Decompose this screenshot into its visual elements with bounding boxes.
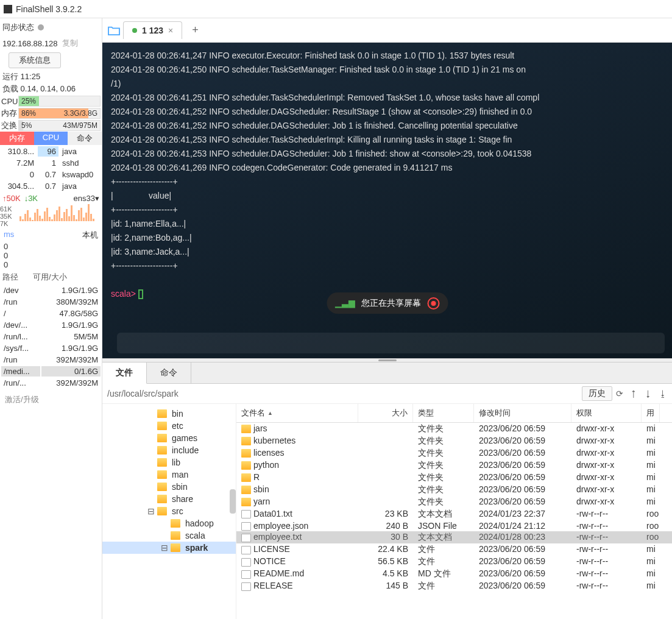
folder-icon xyxy=(241,425,251,433)
disk-row[interactable]: /medi...0/1.6G xyxy=(1,366,101,377)
file-row[interactable]: R文件夹2023/06/20 06:59drwxr-xr-xmi xyxy=(236,472,672,484)
disk-path-header: 路径 xyxy=(2,272,33,283)
file-row[interactable]: licenses文件夹2023/06/20 06:59drwxr-xr-xmi xyxy=(236,447,672,459)
file-row[interactable]: yarn文件夹2023/06/20 06:59drwxr-xr-xmi xyxy=(236,496,672,508)
disk-row[interactable]: /dev1.9G/1.9G xyxy=(1,285,101,295)
tree-node[interactable]: hadoop xyxy=(102,517,236,529)
load-label: 负载 0.14, 0.14, 0.06 xyxy=(0,83,102,95)
open-folder-icon[interactable] xyxy=(107,25,121,36)
file-row[interactable]: NOTICE56.5 KB文件2023/06/20 06:59-rw-r--r-… xyxy=(236,556,672,568)
disk-row[interactable]: /run392M/392M xyxy=(1,355,101,365)
net-down: ↓3K xyxy=(24,194,38,203)
app-icon xyxy=(4,5,12,13)
file-icon xyxy=(241,570,251,579)
system-info-button[interactable]: 系统信息 xyxy=(9,52,61,68)
sort-asc-icon: ▲ xyxy=(267,410,273,416)
file-list[interactable]: 文件名 ▲ 大小 类型 修改时间 权限 用 jars文件夹2023/06/20 … xyxy=(236,404,672,619)
col-type[interactable]: 类型 xyxy=(413,404,474,422)
runtime-label: 运行 11:25 xyxy=(0,71,102,83)
screen-share-badge: ▁▃▆ 您正在共享屏幕 xyxy=(327,292,448,314)
file-row[interactable]: RELEASE145 B文件2023/06/20 06:59-rw-r--r--… xyxy=(236,580,672,592)
current-path[interactable]: /usr/local/src/spark xyxy=(107,389,578,398)
file-row[interactable]: jars文件夹2023/06/20 06:59drwxr-xr-xmi xyxy=(236,423,672,435)
disk-row[interactable]: /run380M/392M xyxy=(1,297,101,307)
folder-tree[interactable]: binetcgamesincludelibmansbinshare⊟srchad… xyxy=(102,404,236,619)
status-dot-icon xyxy=(132,28,137,33)
close-tab-icon[interactable]: × xyxy=(168,26,173,35)
process-row[interactable]: 310.8...96java xyxy=(1,146,101,157)
disk-row[interactable]: /dev/...1.9G/1.9G xyxy=(1,320,101,330)
file-row[interactable]: sbin文件夹2023/06/20 06:59drwxr-xr-xmi xyxy=(236,484,672,496)
tree-node[interactable]: scala xyxy=(102,529,236,542)
file-row[interactable]: python文件夹2023/06/20 06:59drwxr-xr-xmi xyxy=(236,459,672,472)
splitter[interactable] xyxy=(102,358,672,363)
disk-row[interactable]: /run/l...5M/5M xyxy=(1,331,101,342)
tree-scrollbar[interactable] xyxy=(230,489,236,514)
tree-node[interactable]: lib xyxy=(102,456,236,469)
col-date[interactable]: 修改时间 xyxy=(474,404,571,422)
tree-node[interactable]: ⊟src xyxy=(102,505,236,517)
activate-link[interactable]: 激活/升级 xyxy=(0,389,102,410)
file-row[interactable]: employee.txt30 B文本文档2024/01/28 00:23-rw-… xyxy=(236,531,672,543)
col-perm[interactable]: 权限 xyxy=(571,404,642,422)
net-interface-select[interactable]: ens33 ▾ xyxy=(74,194,99,203)
process-row[interactable]: 304.5...0.7java xyxy=(1,181,101,191)
tree-node[interactable]: share xyxy=(102,493,236,505)
file-row[interactable]: employee.json240 BJSON File2024/01/24 21… xyxy=(236,520,672,531)
download-all-icon[interactable]: ⭳ xyxy=(659,389,667,398)
tab-command[interactable]: 命令 xyxy=(68,132,102,145)
col-user[interactable]: 用 xyxy=(642,404,660,422)
col-name[interactable]: 文件名 ▲ xyxy=(236,404,358,422)
file-icon xyxy=(241,558,251,567)
history-button[interactable]: 历史 xyxy=(582,386,612,401)
terminal-input-bar[interactable] xyxy=(117,333,665,353)
refresh-icon[interactable]: ⟳ xyxy=(616,389,623,398)
terminal[interactable]: 2024-01-28 00:26:41,247 INFO executor.Ex… xyxy=(102,43,672,358)
tree-node[interactable]: man xyxy=(102,469,236,481)
folder-icon xyxy=(241,498,251,506)
process-row[interactable]: 7.2M1sshd xyxy=(1,158,101,168)
col-size[interactable]: 大小 xyxy=(358,404,413,422)
folder-icon xyxy=(241,461,251,470)
ip-address: 192.168.88.128 xyxy=(2,39,57,48)
sidebar: 同步状态 192.168.88.128 复制 系统信息 运行 11:25 负载 … xyxy=(0,18,102,619)
disk-row[interactable]: /run/...392M/392M xyxy=(1,378,101,388)
tree-node[interactable]: bin xyxy=(102,408,236,420)
app-title: FinalShell 3.9.2.2 xyxy=(16,4,82,14)
terminal-tab-bar: 1 123 × + xyxy=(102,18,672,43)
tree-node[interactable]: include xyxy=(102,444,236,456)
process-row[interactable]: 00.7kswapd0 xyxy=(1,169,101,180)
tab-memory[interactable]: 内存 xyxy=(0,132,34,145)
share-label: 您正在共享屏幕 xyxy=(361,296,421,310)
disk-row[interactable]: /47.8G/58G xyxy=(1,308,101,319)
swap-label: 交换 xyxy=(1,120,17,131)
disk-row[interactable]: /sys/f...1.9G/1.9G xyxy=(1,343,101,353)
terminal-tab[interactable]: 1 123 × xyxy=(123,21,182,39)
file-list-header: 文件名 ▲ 大小 类型 修改时间 权限 用 xyxy=(236,404,672,423)
tab-label: 1 123 xyxy=(142,26,163,35)
file-row[interactable]: Data01.txt23 KB文本文档2024/01/23 22:37-rw-r… xyxy=(236,508,672,520)
tree-node[interactable]: etc xyxy=(102,420,236,432)
folder-icon xyxy=(241,437,251,445)
file-icon xyxy=(241,534,251,542)
tab-cpu[interactable]: CPU xyxy=(34,132,68,145)
disk-avail-header: 可用/大小 xyxy=(33,272,67,283)
local-label: 本机 xyxy=(82,230,98,241)
tree-node[interactable]: sbin xyxy=(102,481,236,493)
upload-icon[interactable]: ⭡ xyxy=(629,389,638,398)
new-tab-button[interactable]: + xyxy=(185,20,206,40)
tree-node[interactable]: games xyxy=(102,432,236,444)
file-row[interactable]: README.md4.5 KBMD 文件2023/06/20 06:59-rw-… xyxy=(236,568,672,580)
file-row[interactable]: LICENSE22.4 KB文件2023/06/20 06:59-rw-r--r… xyxy=(236,543,672,556)
sync-status: 同步状态 xyxy=(0,18,102,37)
net-sparkline xyxy=(17,204,97,222)
file-row[interactable]: kubernetes文件夹2023/06/20 06:59drwxr-xr-xm… xyxy=(236,435,672,447)
copy-button[interactable]: 复制 xyxy=(62,38,78,49)
download-icon[interactable]: ⭣ xyxy=(644,389,653,398)
tab-files[interactable]: 文件 xyxy=(102,363,147,384)
stop-share-icon[interactable] xyxy=(427,297,439,310)
sync-dot-icon xyxy=(38,24,44,30)
tab-commands[interactable]: 命令 xyxy=(147,363,191,383)
folder-icon xyxy=(241,486,251,494)
tree-node[interactable]: ⊟spark xyxy=(102,542,236,554)
